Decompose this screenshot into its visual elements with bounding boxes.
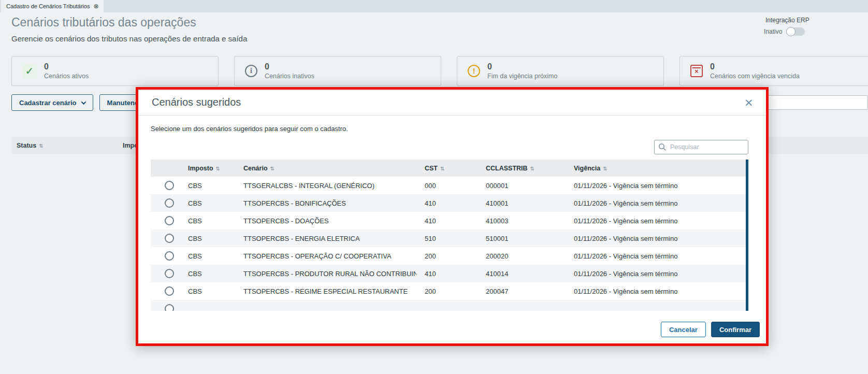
row-radio[interactable] xyxy=(165,198,174,208)
cenario-header-label: Cenário xyxy=(243,165,268,172)
row-cst: 410 xyxy=(416,270,478,278)
row-cenario: TTSOPERCBS - OPERAÇÃO C/ COOPERATIVA xyxy=(235,252,416,260)
vigencia-header[interactable]: Vigência⇅ xyxy=(566,165,748,172)
table-row[interactable]: CBS TTSOPERCBS - REGIME ESPECIAL RESTAUR… xyxy=(151,282,748,300)
row-cenario: TTSOPERCBS - ENERGIA ELETRICA xyxy=(235,235,416,242)
cancel-button[interactable]: Cancelar xyxy=(661,322,706,337)
chevron-down-icon xyxy=(81,99,86,105)
confirm-button[interactable]: Confirmar xyxy=(711,322,760,337)
row-radio[interactable] xyxy=(165,269,174,278)
row-radio[interactable] xyxy=(165,234,174,243)
page-subtitle: Gerencie os cenários dos tributos nas op… xyxy=(11,34,247,43)
status-column-header[interactable]: Status⇅ xyxy=(17,142,44,149)
table-row[interactable]: CBS TTSOPERCBS - BONIFICAÇÕES 410 410001… xyxy=(151,194,748,212)
row-vigencia: 01/11/2026 - Vigência sem término xyxy=(566,199,748,207)
row-cclasstrib: 200047 xyxy=(478,287,566,295)
row-vigencia: 01/11/2026 - Vigência sem término xyxy=(566,182,748,190)
card-count: 0 xyxy=(487,62,557,71)
card-label: Fim da vigência próximo xyxy=(487,73,557,80)
check-icon: ✓ xyxy=(22,64,37,78)
row-imposto: CBS xyxy=(180,217,235,225)
row-cclasstrib: 000001 xyxy=(478,182,566,190)
card-count: 0 xyxy=(44,62,89,71)
row-radio[interactable] xyxy=(165,304,174,311)
row-imposto: CBS xyxy=(180,199,235,207)
modal-table-header: Imposto⇅ Cenário⇅ CST⇅ CCLASSTRIB⇅ Vigên… xyxy=(151,160,748,177)
register-scenario-button[interactable]: Cadastrar cenário xyxy=(11,94,93,111)
row-radio[interactable] xyxy=(165,286,174,296)
stat-cards: ✓ 0 Cenários ativos i 0 Cenários inativo… xyxy=(11,56,868,86)
imposto-header[interactable]: Imposto⇅ xyxy=(180,165,235,172)
page-title: Cenários tributários das operações xyxy=(11,16,196,30)
modal-search-input[interactable] xyxy=(654,140,748,154)
cclasstrib-header[interactable]: CCLASSTRIB⇅ xyxy=(478,165,566,172)
table-row[interactable]: CBS TTSOPERCBS - ENERGIA ELETRICA 510 51… xyxy=(151,229,748,247)
browser-tab-bar: Cadastro de Cenários Tributários ⊗ xyxy=(0,0,868,12)
warning-icon: ! xyxy=(468,65,480,77)
cst-header[interactable]: CST⇅ xyxy=(416,165,478,172)
card-label: Cenários inativos xyxy=(265,73,314,80)
cst-header-label: CST xyxy=(425,165,438,172)
modal-description: Selecione um dos cenários sugeridos para… xyxy=(151,125,748,133)
row-imposto: CBS xyxy=(180,182,235,190)
table-scrollbar[interactable] xyxy=(746,160,748,311)
row-cst: 410 xyxy=(416,199,478,207)
row-radio[interactable] xyxy=(165,251,174,261)
row-radio[interactable] xyxy=(165,181,174,190)
row-cenario: TTSGERALCBS - INTEGRAL (GENÉRICO) xyxy=(235,182,416,190)
register-scenario-label: Cadastrar cenário xyxy=(19,99,77,107)
status-column-label: Status xyxy=(17,142,36,149)
row-cenario: TTSOPERCBS - PRODUTOR RURAL NÃO CONTRIBU… xyxy=(235,270,416,278)
browser-tab-title: Cadastro de Cenários Tributários xyxy=(6,3,90,9)
sort-icon: ⇅ xyxy=(440,166,444,171)
row-vigencia: 01/11/2026 - Vigência sem término xyxy=(566,217,748,225)
card-count: 0 xyxy=(710,62,800,71)
row-cst: 510 xyxy=(416,235,478,242)
sort-icon: ⇅ xyxy=(603,166,607,171)
row-cclasstrib: 410001 xyxy=(478,199,566,207)
sort-icon: ⇅ xyxy=(39,143,43,149)
table-row[interactable] xyxy=(151,300,748,311)
card-active-scenarios[interactable]: ✓ 0 Cenários ativos xyxy=(11,56,219,86)
card-inactive-scenarios[interactable]: i 0 Cenários inativos xyxy=(234,56,441,86)
sort-icon: ⇅ xyxy=(216,166,220,171)
card-expired-scenarios[interactable]: × 0 Cenários com vigência vencida xyxy=(679,56,868,86)
row-imposto: CBS xyxy=(180,252,235,260)
card-label: Cenários ativos xyxy=(44,73,89,80)
card-count: 0 xyxy=(265,62,314,71)
table-row[interactable]: CBS TTSOPERCBS - OPERAÇÃO C/ COOPERATIVA… xyxy=(151,247,748,265)
table-row[interactable]: CBS TTSOPERCBS - PRODUTOR RURAL NÃO CONT… xyxy=(151,265,748,282)
row-imposto: CBS xyxy=(180,287,235,295)
row-vigencia: 01/11/2026 - Vigência sem término xyxy=(566,287,748,295)
tab-close-icon[interactable]: ⊗ xyxy=(93,3,98,9)
table-row[interactable]: CBS TTSOPERCBS - DOAÇÕES 410 410003 01/1… xyxy=(151,212,748,229)
cenario-header[interactable]: Cenário⇅ xyxy=(235,165,416,172)
row-imposto: CBS xyxy=(180,235,235,242)
modal-table-body: CBS TTSGERALCBS - INTEGRAL (GENÉRICO) 00… xyxy=(151,177,748,311)
row-cst: 000 xyxy=(416,182,478,190)
row-cst: 200 xyxy=(416,287,478,295)
row-cenario: TTSOPERCBS - BONIFICAÇÕES xyxy=(235,199,416,207)
suggested-scenarios-modal: Cenários sugeridos × Selecione um dos ce… xyxy=(136,87,769,346)
modal-title: Cenários sugeridos xyxy=(152,96,241,108)
row-cenario: TTSOPERCBS - REGIME ESPECIAL RESTAURANTE xyxy=(235,287,416,295)
row-cclasstrib: 200020 xyxy=(478,252,566,260)
erp-toggle[interactable] xyxy=(786,27,805,36)
row-radio[interactable] xyxy=(165,216,174,225)
row-cst: 410 xyxy=(416,217,478,225)
row-vigencia: 01/11/2026 - Vigência sem término xyxy=(566,252,748,260)
table-row[interactable]: CBS TTSGERALCBS - INTEGRAL (GENÉRICO) 00… xyxy=(151,177,748,194)
calendar-x-icon: × xyxy=(690,65,703,77)
close-icon[interactable]: × xyxy=(744,97,754,108)
sort-icon: ⇅ xyxy=(530,166,534,171)
sort-icon: ⇅ xyxy=(270,166,274,171)
row-cst: 200 xyxy=(416,252,478,260)
browser-tab[interactable]: Cadastro de Cenários Tributários ⊗ xyxy=(1,0,104,12)
row-vigencia: 01/11/2026 - Vigência sem término xyxy=(566,270,748,278)
imposto-header-label: Imposto xyxy=(188,165,213,172)
vigencia-header-label: Vigência xyxy=(574,165,600,172)
card-expiring-scenarios[interactable]: ! 0 Fim da vigência próximo xyxy=(457,56,664,86)
modal-table: Imposto⇅ Cenário⇅ CST⇅ CCLASSTRIB⇅ Vigên… xyxy=(151,160,748,311)
calendar-x-glyph: × xyxy=(695,67,699,75)
erp-integration-label: Integração ERP xyxy=(765,17,809,24)
